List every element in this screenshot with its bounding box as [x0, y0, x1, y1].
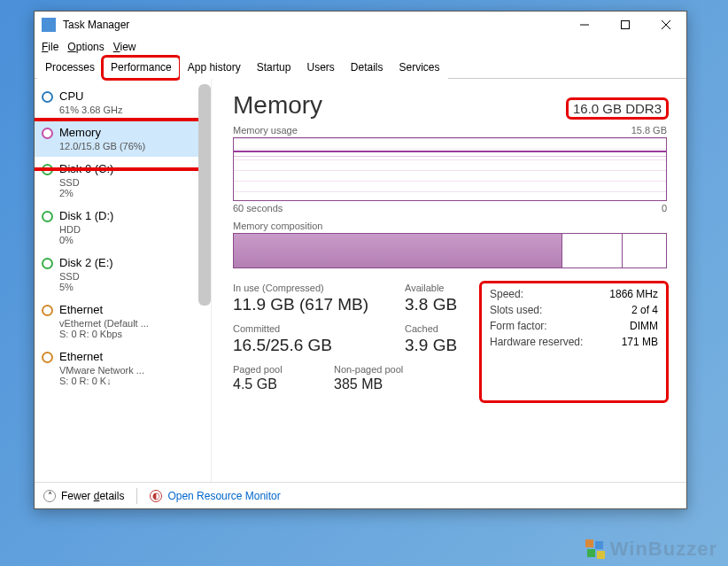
window-title: Task Manager	[63, 19, 564, 31]
axis-right: 0	[662, 203, 667, 213]
nonpaged-label: Non-paged pool	[334, 364, 403, 375]
maximize-button[interactable]	[605, 12, 646, 38]
tab-app-history[interactable]: App history	[180, 57, 249, 79]
memory-specs-box: Speed:1866 MHz Slots used:2 of 4 Form fa…	[481, 283, 667, 401]
tab-processes[interactable]: Processes	[37, 57, 103, 79]
memory-icon	[42, 128, 53, 139]
sidebar-item-cpu[interactable]: CPU 61% 3.68 GHz	[35, 84, 211, 120]
tab-users[interactable]: Users	[298, 57, 342, 79]
watermark-icon	[585, 539, 607, 561]
ethernet-icon	[42, 305, 53, 316]
sidebar-item-disk2[interactable]: Disk 2 (E:) SSD 5%	[35, 251, 211, 298]
watermark: WinBuzzer	[585, 538, 717, 561]
resmon-icon: ◐	[150, 490, 162, 502]
svg-rect-1	[622, 21, 630, 29]
disk-icon	[42, 258, 53, 269]
memory-capacity: 16.0 GB DDR3	[568, 99, 667, 118]
memory-composition-chart[interactable]	[233, 233, 667, 268]
tab-performance[interactable]: Performance	[103, 57, 180, 79]
paged-label: Paged pool	[233, 364, 313, 375]
sidebar-item-disk1[interactable]: Disk 1 (D:) HDD 0%	[35, 204, 211, 251]
menu-file[interactable]: File	[42, 41, 58, 53]
task-manager-window: Task Manager File Options View Processes…	[34, 11, 687, 509]
inuse-value: 11.9 GB (617 MB)	[233, 295, 383, 314]
footer: ˄ Fewer details ◐ Open Resource Monitor	[35, 482, 686, 508]
disk-icon	[42, 211, 53, 222]
sidebar-item-disk0[interactable]: Disk 0 (C:) SSD 2%	[35, 157, 211, 204]
main-panel: Memory 16.0 GB DDR3 Memory usage 15.8 GB…	[212, 79, 686, 482]
disk-icon	[42, 164, 53, 175]
axis-left: 60 seconds	[233, 203, 283, 213]
scrollbar[interactable]	[198, 84, 211, 306]
page-title: Memory	[233, 91, 322, 120]
sidebar-item-ethernet-2[interactable]: Ethernet VMware Network ... S: 0 R: 0 K↓	[35, 345, 211, 392]
divider	[136, 488, 137, 504]
slots-value: 2 of 4	[631, 304, 658, 316]
chevron-up-icon: ˄	[43, 490, 56, 502]
cached-value: 3.9 GB	[405, 336, 457, 355]
fewer-details-button[interactable]: ˄ Fewer details	[43, 490, 124, 502]
usage-label: Memory usage	[233, 125, 298, 136]
committed-label: Committed	[233, 323, 383, 334]
open-resource-monitor-link[interactable]: ◐ Open Resource Monitor	[150, 490, 280, 502]
composition-label: Memory composition	[233, 221, 322, 231]
cpu-icon	[42, 91, 53, 103]
sidebar-item-ethernet-1[interactable]: Ethernet vEthernet (Default ... S: 0 R: …	[35, 298, 211, 345]
committed-value: 16.5/25.6 GB	[233, 336, 383, 355]
sidebar-item-memory[interactable]: Memory 12.0/15.8 GB (76%)	[35, 120, 211, 157]
minimize-button[interactable]	[564, 12, 605, 38]
speed-value: 1866 MHz	[609, 288, 658, 300]
tabs: Processes Performance App history Startu…	[35, 56, 686, 79]
titlebar[interactable]: Task Manager	[35, 12, 686, 38]
content: CPU 61% 3.68 GHz Memory 12.0/15.8 GB (76…	[35, 79, 686, 482]
app-icon	[42, 18, 56, 32]
usage-max: 15.8 GB	[631, 125, 667, 136]
inuse-label: In use (Compressed)	[233, 283, 383, 293]
memory-usage-chart[interactable]	[233, 137, 667, 201]
hw-value: 171 MB	[622, 336, 658, 348]
form-value: DIMM	[630, 320, 658, 332]
sidebar[interactable]: CPU 61% 3.68 GHz Memory 12.0/15.8 GB (76…	[35, 79, 212, 482]
tab-startup[interactable]: Startup	[249, 57, 299, 79]
ethernet-icon	[42, 352, 53, 363]
tab-details[interactable]: Details	[343, 57, 391, 79]
cached-label: Cached	[405, 323, 457, 334]
menu-options[interactable]: Options	[67, 41, 104, 53]
menubar: File Options View	[35, 38, 686, 56]
menu-view[interactable]: View	[113, 41, 136, 53]
available-label: Available	[405, 283, 457, 293]
available-value: 3.8 GB	[405, 295, 457, 314]
nonpaged-value: 385 MB	[334, 376, 403, 392]
paged-value: 4.5 GB	[233, 376, 313, 392]
close-button[interactable]	[646, 12, 686, 38]
tab-services[interactable]: Services	[391, 57, 448, 79]
